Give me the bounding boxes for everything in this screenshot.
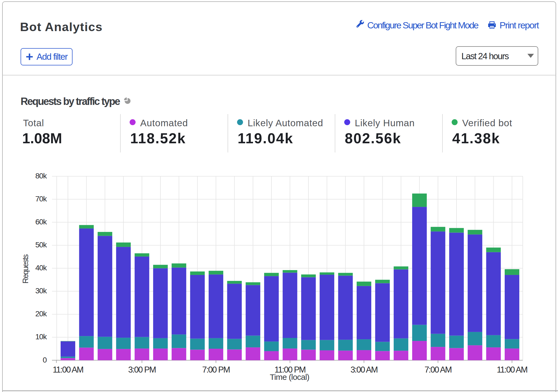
- svg-text:20k: 20k: [35, 310, 47, 318]
- svg-text:7:00 AM: 7:00 AM: [425, 365, 452, 374]
- svg-text:80k: 80k: [35, 172, 47, 180]
- svg-text:Time (local): Time (local): [270, 373, 309, 381]
- svg-text:60k: 60k: [35, 218, 47, 226]
- svg-text:40k: 40k: [35, 264, 47, 272]
- svg-text:50k: 50k: [35, 241, 47, 249]
- svg-text:3:00 PM: 3:00 PM: [128, 365, 156, 374]
- svg-text:70k: 70k: [35, 195, 47, 203]
- svg-text:Requests: Requests: [21, 254, 30, 284]
- svg-text:0: 0: [43, 356, 47, 364]
- svg-text:30k: 30k: [35, 287, 47, 295]
- svg-text:11:00 AM: 11:00 AM: [53, 365, 83, 374]
- svg-text:7:00 PM: 7:00 PM: [202, 365, 230, 374]
- svg-text:11:00 AM: 11:00 AM: [497, 365, 527, 374]
- svg-text:10k: 10k: [35, 333, 47, 341]
- svg-text:3:00 AM: 3:00 AM: [350, 365, 378, 374]
